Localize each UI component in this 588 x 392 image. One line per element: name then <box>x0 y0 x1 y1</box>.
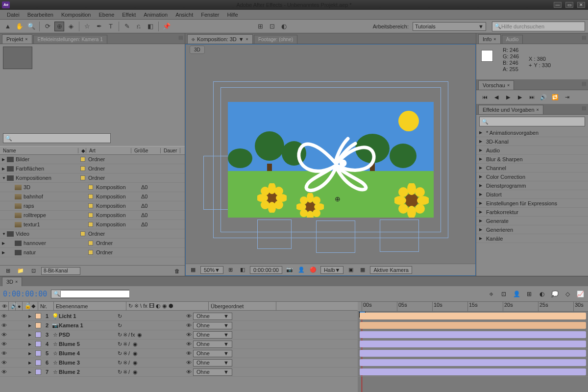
parent-select[interactable]: Ohne▼ <box>193 322 232 329</box>
motion-blur-toggle[interactable]: ◐ <box>537 289 547 299</box>
frame-blend-toggle[interactable]: ⊞ <box>524 289 534 299</box>
project-item[interactable]: ▶hannoverOrdner <box>0 239 185 248</box>
parent-select[interactable]: Ohne▼ <box>193 368 232 376</box>
comp-breadcrumb[interactable]: 3D <box>190 46 205 54</box>
bit-depth-select[interactable]: 8-Bit-Kanal <box>41 267 80 275</box>
audio-tab[interactable]: Audio <box>502 35 523 44</box>
first-frame-button[interactable]: ⏮ <box>480 93 489 101</box>
visibility-toggle[interactable]: 👁 <box>0 341 8 347</box>
project-item[interactable]: ▼KompositionenOrdner <box>0 173 185 183</box>
twisty-icon[interactable]: ▶ <box>2 157 7 162</box>
label-color[interactable] <box>80 231 85 236</box>
label-color[interactable] <box>35 313 41 319</box>
twisty-icon[interactable]: ▶ <box>479 236 484 241</box>
menu-fenster[interactable]: Fenster <box>197 11 223 19</box>
label-color[interactable] <box>35 350 41 356</box>
layer-row[interactable]: 👁▶4☆Blume 5↻※/◉👁Ohne▼ <box>0 340 358 349</box>
panel-menu-icon[interactable]: ▤ <box>178 35 183 40</box>
twisty-icon[interactable]: ▼ <box>2 176 7 180</box>
effect-category[interactable]: ▶Color Correction <box>476 172 588 181</box>
twisty-icon[interactable]: ▶ <box>479 148 484 152</box>
draft-3d-toggle[interactable]: ⊡ <box>499 289 509 299</box>
text-tool[interactable]: T <box>106 22 116 31</box>
twisty-icon[interactable]: ▶ <box>2 167 7 171</box>
parent-select[interactable]: Ohne▼ <box>193 331 232 339</box>
project-item[interactable]: 3DKompositionΔ0 <box>0 183 185 192</box>
label-color[interactable] <box>35 369 41 375</box>
project-tab[interactable]: Projekt× <box>2 34 32 44</box>
auto-keyframe-toggle[interactable]: ◇ <box>563 289 572 299</box>
visibility-toggle[interactable]: 👁 <box>0 360 8 366</box>
label-color[interactable] <box>88 241 93 245</box>
layer-bar[interactable] <box>360 359 586 366</box>
layer-row[interactable]: 👁▶6☆Blume 3↻※/◉👁Ohne▼ <box>0 358 358 368</box>
pickwhip-icon[interactable]: 👁 <box>186 332 192 338</box>
effect-category[interactable]: ▶Generieren <box>476 225 588 234</box>
loop-button[interactable]: 🔁 <box>551 93 560 101</box>
twisty-icon[interactable]: ▶ <box>479 157 484 161</box>
comp-viewport[interactable]: ⊕ <box>186 55 475 264</box>
twisty-icon[interactable]: ▶ <box>28 361 34 365</box>
timeline-search-input[interactable] <box>60 290 130 298</box>
twisty-icon[interactable]: ▶ <box>479 201 484 205</box>
effects-tab[interactable]: Effekte und Vorgaben× <box>478 105 543 114</box>
project-item[interactable]: rapsKompositionΔ0 <box>0 201 185 211</box>
project-item[interactable]: textur1KompositionΔ0 <box>0 220 185 229</box>
camera-tool[interactable]: ⊕ <box>54 22 64 31</box>
misc-toggle[interactable]: ◐ <box>279 22 289 31</box>
next-frame-button[interactable]: ▶ <box>515 93 524 101</box>
label-color[interactable] <box>35 341 41 347</box>
effects-search-input[interactable] <box>489 119 582 124</box>
layer-bar[interactable] <box>360 322 586 329</box>
layer-bar[interactable] <box>360 331 586 338</box>
comp-tab[interactable]: ⎆Komposition: 3D▼× <box>187 34 253 44</box>
mask-toggle[interactable]: ◧ <box>238 266 247 274</box>
timecode[interactable]: 0:00:00:00 <box>3 290 47 298</box>
close-icon[interactable]: × <box>15 279 18 284</box>
effect-category[interactable]: ▶Farbkorrektur <box>476 208 588 217</box>
maximize-button[interactable]: ▭ <box>565 2 573 8</box>
rect-tool[interactable]: ☆ <box>82 22 92 31</box>
twisty-icon[interactable]: ▶ <box>479 139 484 144</box>
effect-category[interactable]: ▶3D-Kanal <box>476 137 588 146</box>
pickwhip-icon[interactable]: 👁 <box>186 360 192 366</box>
layer-row[interactable]: 👁▶2📷Kamera 1↻👁Ohne▼ <box>0 321 358 330</box>
project-item[interactable]: ▶FarbflächenOrdner <box>0 164 185 173</box>
close-icon[interactable]: × <box>537 107 539 112</box>
panel-menu-icon[interactable]: ▤ <box>582 35 586 40</box>
layer-row[interactable]: 👁▶7☆Blume 2↻※/◉👁Ohne▼ <box>0 368 358 377</box>
time-ruler[interactable]: 00s05s10s15s20s25s30s <box>358 302 588 312</box>
selection-tool[interactable]: ▲ <box>3 22 13 31</box>
twisty-icon[interactable]: ▶ <box>28 333 34 337</box>
effect-category[interactable]: ▶Generate <box>476 217 588 225</box>
project-item[interactable]: ▼VideoOrdner <box>0 229 185 239</box>
preview-tab[interactable]: Vorschau× <box>478 80 514 90</box>
menu-animation[interactable]: Animation <box>140 11 172 19</box>
twisty-icon[interactable]: ▶ <box>2 241 7 245</box>
resolution-select[interactable]: Halb ▼ <box>320 266 344 274</box>
rotate-tool[interactable]: ⟳ <box>43 22 52 31</box>
snapshot-button[interactable]: 📷 <box>285 266 294 274</box>
visibility-toggle[interactable]: 👁 <box>0 350 8 356</box>
help-search[interactable]: 🔍 <box>492 22 585 31</box>
info-tab[interactable]: Info× <box>478 34 501 44</box>
twisty-icon[interactable]: ▶ <box>479 166 484 170</box>
layer-row[interactable]: 👁▶5☆Blume 4↻※/◉👁Ohne▼ <box>0 349 358 358</box>
effect-category[interactable]: ▶Einstellungen für Expressions <box>476 199 588 208</box>
layer-row[interactable]: 👁▶3☆PSD↻※/fx◉👁Ohne▼ <box>0 330 358 340</box>
pickwhip-icon[interactable]: 👁 <box>186 350 192 356</box>
transparency-grid[interactable]: ▦ <box>358 266 367 274</box>
parent-select[interactable]: Ohne▼ <box>193 350 232 357</box>
prev-frame-button[interactable]: ◀ <box>492 93 501 101</box>
menu-datei[interactable]: Datei <box>3 11 24 19</box>
effect-category[interactable]: ▶Blur & Sharpen <box>476 155 588 164</box>
layer-bar[interactable] <box>360 313 586 319</box>
layer-bar[interactable] <box>360 341 586 347</box>
visibility-toggle[interactable]: 👁 <box>0 322 8 328</box>
safe-zones-toggle[interactable]: ⊞ <box>226 266 235 274</box>
menu-hilfe[interactable]: Hilfe <box>223 11 242 19</box>
shy-toggle[interactable]: 👤 <box>512 289 521 299</box>
workspace-select[interactable]: Tutorials▼ <box>413 22 486 31</box>
close-button[interactable]: ✕ <box>577 2 585 8</box>
label-color[interactable] <box>80 166 85 171</box>
